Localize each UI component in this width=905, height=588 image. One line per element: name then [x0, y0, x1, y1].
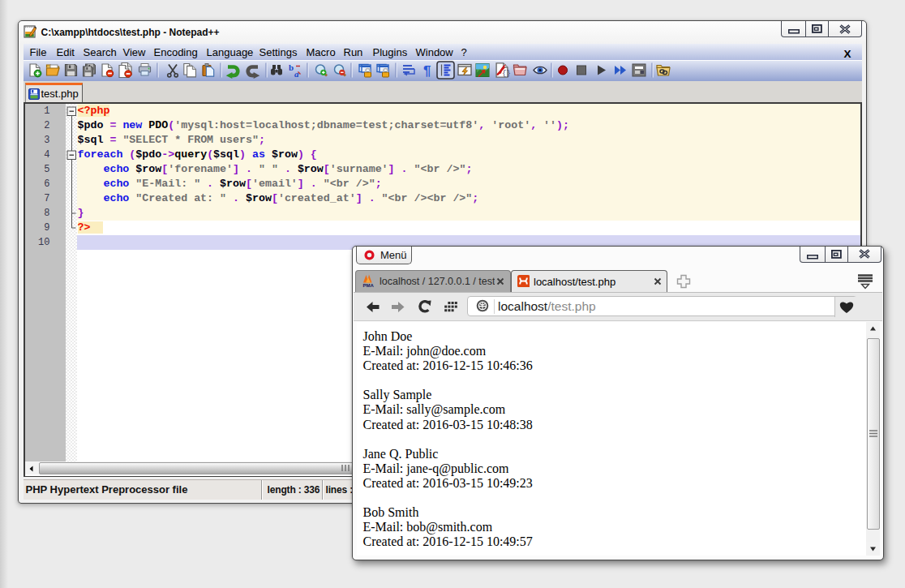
svg-text:PMA: PMA: [363, 283, 375, 288]
svg-text:¶: ¶: [423, 63, 431, 79]
svg-text:{}: {}: [502, 69, 511, 77]
svg-text:b: b: [289, 62, 294, 71]
svg-text:a: a: [294, 68, 299, 78]
